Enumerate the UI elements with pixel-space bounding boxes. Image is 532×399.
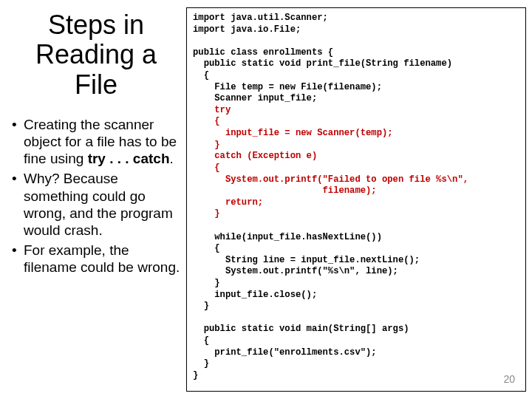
page-number: 20: [503, 373, 515, 386]
code-line: }: [193, 278, 220, 288]
code-line: import java.io.File;: [193, 24, 301, 35]
left-column: Steps in Reading a File Creating the sca…: [10, 7, 186, 392]
code-highlight: {: [214, 163, 219, 173]
code-line: public class enrollments {: [193, 47, 333, 58]
code-highlight: filename);: [323, 185, 377, 196]
slide-title: Steps in Reading a File: [10, 10, 182, 100]
code-line: public static void print_file(String fil…: [193, 58, 452, 69]
code-highlight: System.out.printf("Failed to open file %…: [225, 174, 468, 185]
list-item: For example, the filename could be wrong…: [10, 242, 182, 276]
code-line: String line = input_file.nextLine();: [193, 255, 420, 265]
code-indent: [193, 140, 214, 150]
code-highlight: }: [214, 140, 219, 150]
code-line: {: [193, 335, 209, 346]
code-line: File temp = new File(filename);: [193, 82, 382, 92]
code-highlight: }: [214, 208, 219, 219]
slide: Steps in Reading a File Creating the sca…: [0, 0, 532, 399]
bullet-text: Why? Because something could go wrong, a…: [24, 171, 173, 238]
list-item: Why? Because something could go wrong, a…: [10, 170, 182, 239]
bullet-text: For example, the filename could be wrong…: [24, 242, 180, 275]
code-indent: [193, 128, 225, 138]
code-indent: [193, 163, 214, 173]
list-item: Creating the scanner object for a file h…: [10, 116, 182, 168]
code-line: }: [193, 301, 209, 311]
code-indent: [193, 197, 225, 208]
code-line: Scanner input_file;: [193, 93, 317, 103]
code-line: public static void main(String[] args): [193, 324, 409, 334]
code-highlight: return;: [225, 197, 263, 208]
code-line: {: [193, 243, 220, 253]
code-line: }: [193, 370, 198, 381]
code-box: import java.util.Scanner; import java.io…: [186, 7, 526, 392]
right-column: import java.util.Scanner; import java.io…: [186, 7, 526, 392]
code-line: while(input_file.hasNextLine()): [193, 232, 382, 242]
code-line: }: [193, 358, 209, 369]
code-indent: [193, 208, 214, 219]
bullet-list: Creating the scanner object for a file h…: [10, 116, 182, 276]
code-indent: [193, 116, 214, 126]
code-line: {: [193, 70, 209, 81]
code-indent: [193, 105, 214, 115]
code-indent: [193, 174, 225, 185]
code-line: System.out.printf("%s\n", line);: [193, 266, 398, 276]
code-line: import java.util.Scanner;: [193, 13, 328, 23]
code-highlight: input_file = new Scanner(temp);: [225, 128, 393, 138]
bullet-text: .: [170, 151, 174, 166]
code-line: print_file("enrollments.csv");: [193, 347, 377, 358]
code-highlight: catch (Exception e): [214, 151, 317, 161]
code-indent: [193, 151, 214, 161]
bullet-bold: try . . . catch: [88, 151, 170, 166]
code-highlight: try: [214, 105, 231, 115]
code-indent: [193, 185, 323, 196]
code-line: input_file.close();: [193, 290, 317, 300]
code-highlight: {: [214, 116, 219, 126]
